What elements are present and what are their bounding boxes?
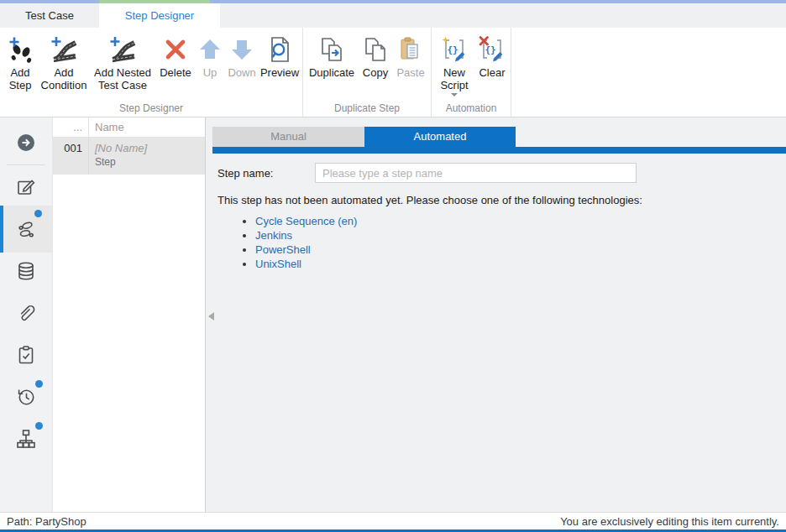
content-area: ... Name 001 [No Name] Step Manual Autom… [0,117,786,512]
sidebar-item-navigate[interactable] [0,124,52,161]
ribbon-group-step-designer: Add Step Add Condition Add Nested Test C… [0,28,303,117]
paste-button[interactable]: Paste [392,28,429,79]
move-up-button[interactable]: Up [195,28,225,79]
svg-text:{}: {} [447,44,458,55]
paste-label: Paste [396,66,424,79]
left-sidebar [0,117,52,512]
copy-button[interactable]: Copy [359,28,392,79]
column-header-index[interactable]: ... [53,117,89,137]
automation-message: This step has not been automated yet. Pl… [217,194,786,206]
step-name-input[interactable] [315,163,637,183]
ribbon-group-label: Duplicate Step [303,102,431,114]
add-step-button[interactable]: Add Step [2,28,39,91]
dropdown-caret-icon[interactable] [451,93,458,96]
notification-badge [35,380,43,388]
technology-link-jenkins[interactable]: Jenkins [255,229,292,242]
add-condition-button[interactable]: Add Condition [39,28,89,91]
sidebar-item-steps[interactable] [0,206,52,253]
step-index: 001 [53,138,89,175]
step-list-header: ... Name [53,117,205,138]
tab-step-designer[interactable]: Step Designer [99,3,220,28]
sidebar-item-history[interactable] [0,378,52,415]
window-tab-bar: Test Case Step Designer [0,3,786,28]
preview-button[interactable]: Preview [259,28,301,79]
notification-badge [34,210,42,217]
sidebar-item-attachments[interactable] [0,295,52,331]
technology-link-unixshell[interactable]: UnixShell [255,258,301,270]
svg-text:{}: {} [485,44,495,55]
add-nested-test-case-label: Add Nested Test Case [89,66,156,91]
ribbon-group-automation: {} New Script {} Clear Automation [432,28,511,117]
duplicate-icon [317,35,346,64]
clear-script-button[interactable]: {} Clear [475,28,509,79]
step-list-panel: ... Name 001 [No Name] Step [52,117,206,512]
delete-icon [161,35,190,64]
new-script-button[interactable]: {} New Script [433,28,475,96]
history-icon [15,386,37,408]
preview-icon [265,35,294,64]
technology-item: Jenkins [255,228,786,243]
notification-badge [35,422,43,430]
technology-item: UnixShell [255,257,786,271]
step-name-row: Step name: [217,163,786,183]
sidebar-item-hierarchy[interactable] [0,420,52,457]
sidebar-item-edit[interactable] [0,169,52,206]
up-arrow-icon [196,35,224,64]
add-step-label: Add Step [2,66,39,91]
technology-item: PowerShell [255,243,786,257]
add-condition-label: Add Condition [39,66,89,91]
active-tab-underline [212,147,786,154]
new-script-label: New Script [433,66,475,91]
duplicate-label: Duplicate [309,66,354,79]
tab-automated[interactable]: Automated [364,127,516,147]
step-editor-panel: Manual Automated Step name: This step ha… [206,117,786,512]
tab-test-case[interactable]: Test Case [0,3,99,28]
paste-icon [396,35,425,64]
delete-button[interactable]: Delete [156,28,195,79]
move-up-label: Up [203,66,217,79]
move-down-button[interactable]: Down [225,28,259,79]
add-step-icon [6,35,34,64]
add-nested-test-case-button[interactable]: Add Nested Test Case [89,28,156,91]
attachment-icon [15,302,37,324]
technology-item: Cycle Sequence (en) [255,214,786,228]
technology-link-cycle-sequence[interactable]: Cycle Sequence (en) [255,215,357,227]
path-label: Path: PartyShop [7,515,86,528]
step-type: Step [95,155,205,169]
tab-manual[interactable]: Manual [212,127,364,147]
move-down-label: Down [228,66,255,79]
hierarchy-icon [15,428,37,450]
step-name: [No Name] [95,141,205,155]
editing-notice: You are exclusively editing this item cu… [560,515,779,528]
preview-label: Preview [260,66,299,79]
tasks-icon [15,344,37,366]
ribbon-group-label: Automation [432,102,511,114]
ribbon-group-label: Step Designer [0,102,302,114]
duplicate-button[interactable]: Duplicate [305,28,359,79]
add-condition-icon [50,35,78,64]
application-window: Test Case Step Designer Add Step Add Con… [0,0,786,532]
sidebar-divider [7,164,45,165]
clear-script-icon: {} [478,35,506,64]
ribbon-toolbar: Add Step Add Condition Add Nested Test C… [0,28,786,117]
clear-script-label: Clear [479,66,505,79]
sidebar-item-data[interactable] [0,253,52,289]
column-header-name[interactable]: Name [89,121,205,133]
technology-list: Cycle Sequence (en) Jenkins PowerShell U… [206,214,786,271]
status-bar: Path: PartyShop You are exclusively edit… [0,512,786,529]
database-icon [15,260,37,282]
editor-tab-bar: Manual Automated [212,127,786,147]
technology-link-powershell[interactable]: PowerShell [255,243,311,256]
step-row[interactable]: 001 [No Name] Step [53,138,205,175]
add-nested-test-case-icon [108,35,137,64]
ribbon-group-duplicate-step: Duplicate Copy Paste Duplicate Step [303,28,432,117]
collapse-panel-icon[interactable] [208,312,214,321]
delete-label: Delete [160,66,191,79]
new-script-icon: {} [440,35,469,64]
copy-label: Copy [363,66,388,79]
sidebar-item-tasks[interactable] [0,336,52,373]
down-arrow-icon [228,35,256,64]
go-arrow-icon [15,132,37,154]
steps-icon [15,218,37,240]
copy-icon [361,35,390,64]
